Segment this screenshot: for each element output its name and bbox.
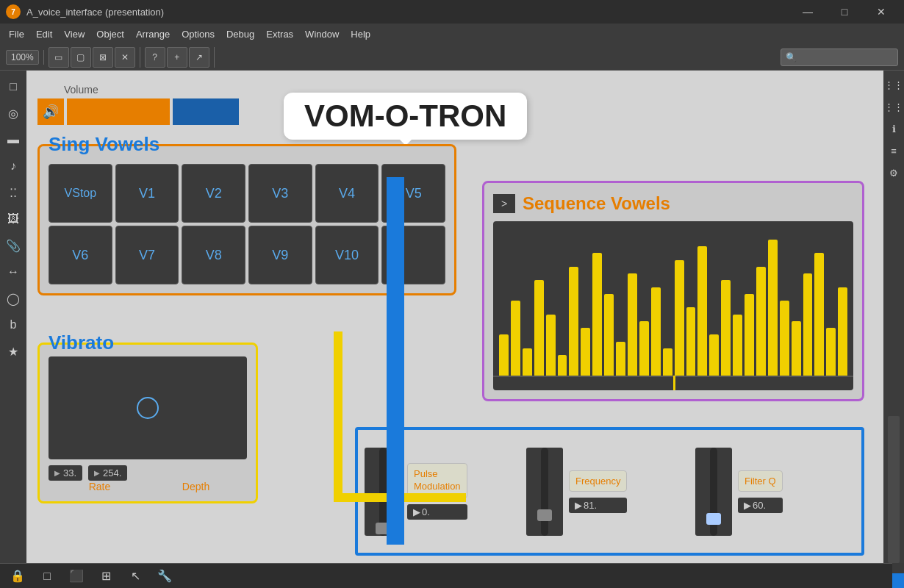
sidebar-icon-star[interactable]: ★ <box>3 341 24 362</box>
sidebar-icon-circle[interactable]: ◎ <box>3 103 24 123</box>
vowel-v9[interactable]: V9 <box>248 226 312 284</box>
main-title-box: VOM-O-TRON <box>284 93 527 140</box>
vowel-v3[interactable]: V3 <box>248 164 312 223</box>
seq-bar-22 <box>756 267 766 376</box>
vowel-v4[interactable]: V4 <box>315 164 379 223</box>
toolbar-rect-btn[interactable]: ▭ <box>49 47 69 68</box>
seq-bar-2 <box>523 348 532 376</box>
sequence-canvas[interactable] <box>493 221 853 390</box>
frequency-value[interactable]: ▶ 81. <box>569 498 627 513</box>
sing-vowels-title: Sing Vowels <box>49 133 159 156</box>
toolbar-arrow-btn[interactable]: ↗ <box>189 47 209 68</box>
menu-arrange[interactable]: Arrange <box>130 26 176 43</box>
zoom-level[interactable]: 100% <box>6 50 39 65</box>
right-scrollbar[interactable] <box>888 416 900 563</box>
menu-view[interactable]: View <box>58 26 90 43</box>
right-icon-info[interactable]: ℹ <box>886 121 902 137</box>
menu-help[interactable]: Help <box>345 26 376 43</box>
sidebar-icon-cube[interactable]: □ <box>3 76 24 97</box>
frequency-slider[interactable] <box>526 448 563 536</box>
filter-q-slider[interactable] <box>695 448 732 536</box>
window-controls: — □ ✕ <box>791 0 898 24</box>
vibrato-canvas[interactable] <box>49 356 247 459</box>
seq-bar-25 <box>792 321 801 376</box>
filter-q-value[interactable]: ▶ 60. <box>738 498 783 513</box>
seq-play-button[interactable]: > <box>493 194 515 213</box>
frequency-section: Frequency ▶ 81. <box>526 434 659 548</box>
sidebar-icon-note[interactable]: ♪ <box>3 156 24 176</box>
pulse-modulation-value[interactable]: ▶ 0. <box>407 504 467 520</box>
vowel-v7[interactable]: V7 <box>115 226 179 284</box>
status-window-icon[interactable]: □ <box>38 567 56 585</box>
filter-q-section: Filter Q ▶ 60. <box>695 434 828 548</box>
sidebar-icon-b[interactable]: b <box>3 315 24 335</box>
sidebar-icon-image[interactable]: 🖼 <box>3 209 24 229</box>
status-arrow-icon[interactable]: ↖ <box>126 567 144 585</box>
status-lock-icon[interactable]: 🔒 <box>9 567 26 585</box>
menu-edit[interactable]: Edit <box>30 26 58 43</box>
seq-bar-4 <box>546 315 556 376</box>
menu-file[interactable]: File <box>3 26 30 43</box>
status-grid-icon[interactable]: ⊞ <box>97 567 115 585</box>
toolbar-cross-btn[interactable]: ✕ <box>115 47 135 68</box>
right-icon-grid2[interactable]: ⋮⋮ <box>886 98 902 115</box>
status-bookmark-icon[interactable]: ⬛ <box>68 567 85 585</box>
right-icon-grid1[interactable]: ⋮⋮ <box>886 76 902 93</box>
toolbar-search[interactable]: 🔍 <box>781 49 898 66</box>
seq-bar-6 <box>569 267 578 376</box>
vowel-vstop[interactable]: VStop <box>49 164 112 223</box>
sidebar-icon-clip[interactable]: 📎 <box>3 235 24 256</box>
seq-bar-11 <box>628 273 637 376</box>
frequency-slider-thumb <box>537 509 552 521</box>
seq-bar-8 <box>592 253 602 376</box>
volume-bar-orange[interactable] <box>67 98 170 125</box>
minimize-button[interactable]: — <box>791 0 825 24</box>
fq-tri-icon: ▶ <box>744 500 751 511</box>
seq-bars-container <box>493 229 853 376</box>
maximize-button[interactable]: □ <box>828 0 861 24</box>
sidebar-icon-arrows[interactable]: ↔ <box>3 262 24 282</box>
vowel-v1[interactable]: V1 <box>115 164 179 223</box>
search-icon: 🔍 <box>786 52 797 62</box>
seq-bar-13 <box>651 287 661 376</box>
menu-options[interactable]: Options <box>176 26 220 43</box>
volume-bar-blue[interactable] <box>173 98 239 125</box>
left-sidebar: □ ◎ ▬ ♪ ⁚⁚ 🖼 📎 ↔ ◯ b ★ <box>0 71 26 563</box>
seq-cursor <box>673 376 675 390</box>
menu-extras[interactable]: Extras <box>260 26 299 43</box>
status-wrench-icon[interactable]: 🔧 <box>156 567 173 585</box>
toolbar-help-btn[interactable]: ? <box>145 47 165 68</box>
frequency-label-area: Frequency ▶ 81. <box>569 470 627 513</box>
vowel-v10[interactable]: V10 <box>315 226 379 284</box>
sidebar-icon-bar[interactable]: ▬ <box>3 129 24 150</box>
speaker-button[interactable]: 🔊 <box>37 98 64 125</box>
search-input[interactable] <box>797 52 893 62</box>
depth-value-box[interactable]: ▶ 254. <box>88 465 127 481</box>
vowel-v6[interactable]: V6 <box>49 226 112 284</box>
close-button[interactable]: ✕ <box>864 0 898 24</box>
toolbar-shapes-group: ▭ ▢ ⊠ ✕ <box>49 47 140 68</box>
seq-bar-26 <box>803 273 813 376</box>
frequency-slider-track <box>541 448 548 536</box>
scroll-fill <box>892 573 904 588</box>
toolbar-rounded-btn[interactable]: ▢ <box>71 47 91 68</box>
menu-debug[interactable]: Debug <box>220 26 260 43</box>
vowel-v8[interactable]: V8 <box>182 226 245 284</box>
toolbar-frame-btn[interactable]: ⊠ <box>93 47 113 68</box>
vowels-grid: VStop V1 V2 V3 V4 V5 V6 V7 V8 V9 V10 <box>49 164 445 284</box>
right-icon-menu[interactable]: ≡ <box>886 143 902 159</box>
sidebar-icon-ring[interactable]: ◯ <box>3 288 24 309</box>
param-labels: Rate Depth <box>49 481 247 492</box>
right-icon-gear[interactable]: ⚙ <box>886 165 902 181</box>
seq-bar-17 <box>697 246 707 376</box>
toolbar-add-btn[interactable]: + <box>167 47 187 68</box>
seq-bar-21 <box>745 294 754 376</box>
menu-window[interactable]: Window <box>299 26 345 43</box>
seq-bar-23 <box>768 240 778 376</box>
menu-object[interactable]: Object <box>90 26 130 43</box>
vowel-v2[interactable]: V2 <box>182 164 245 223</box>
vibrato-box: Vibrato ▶ 33. ▶ 254. Rate Depth <box>37 343 258 503</box>
filter-q-slider-thumb <box>706 513 721 525</box>
sidebar-icon-dots[interactable]: ⁚⁚ <box>3 182 24 203</box>
rate-value-box[interactable]: ▶ 33. <box>49 465 82 481</box>
